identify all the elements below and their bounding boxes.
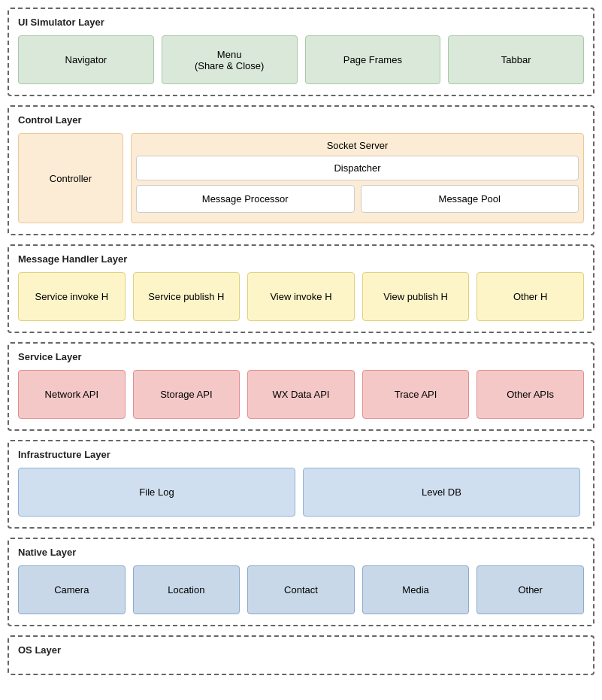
control-layer: Control Layer Controller Socket Server D… — [8, 105, 594, 235]
message-pool-box: Message Pool — [361, 185, 579, 213]
ui-simulator-title: UI Simulator Layer — [18, 17, 584, 28]
view-publish-h-box: View publish H — [362, 272, 470, 321]
native-layer: Native Layer Camera Location Contact Med… — [8, 538, 594, 626]
camera-box: Camera — [18, 565, 126, 614]
os-title: OS Layer — [18, 644, 584, 656]
menu-box: Menu(Share & Close) — [162, 35, 298, 84]
navigator-box: Navigator — [18, 35, 154, 84]
infrastructure-title: Infrastructure Layer — [18, 449, 584, 460]
message-row: Message Processor Message Pool — [136, 185, 579, 213]
service-row: Network API Storage API WX Data API Trac… — [18, 370, 584, 419]
service-title: Service Layer — [18, 351, 584, 362]
controller-box: Controller — [18, 133, 123, 223]
ui-simulator-layer: UI Simulator Layer Navigator Menu(Share … — [8, 8, 594, 96]
view-invoke-h-box: View invoke H — [247, 272, 355, 321]
media-box: Media — [362, 565, 470, 614]
other-native-box: Other — [476, 565, 584, 614]
service-invoke-h-box: Service invoke H — [18, 272, 126, 321]
message-processor-label: Message Processor — [202, 193, 289, 205]
infrastructure-layer: Infrastructure Layer File Log Level DB — [8, 440, 594, 529]
contact-box: Contact — [247, 565, 355, 614]
location-box: Location — [133, 565, 240, 614]
other-h-box: Other H — [476, 272, 584, 321]
socket-server-label: Socket Server — [136, 140, 579, 151]
message-processor-box: Message Processor — [136, 185, 355, 213]
service-layer: Service Layer Network API Storage API WX… — [8, 342, 594, 431]
control-row: Controller Socket Server Dispatcher Mess… — [18, 133, 584, 223]
level-db-box-wrapper: Level DB — [303, 468, 580, 517]
page-frames-box: Page Frames — [305, 35, 441, 84]
network-api-box: Network API — [18, 370, 126, 419]
ui-simulator-row: Navigator Menu(Share & Close) Page Frame… — [18, 35, 584, 84]
message-handler-layer: Message Handler Layer Service invoke H S… — [8, 244, 594, 333]
dispatcher-label: Dispatcher — [334, 162, 380, 174]
trace-api-box: Trace API — [362, 370, 470, 419]
level-db-box: Level DB — [303, 468, 580, 517]
dispatcher-box: Dispatcher — [136, 156, 579, 180]
infrastructure-row: File Log Level DB — [18, 468, 584, 517]
message-pool-label: Message Pool — [439, 193, 501, 205]
socket-server-container: Socket Server Dispatcher Message Process… — [131, 133, 584, 223]
storage-api-box: Storage API — [133, 370, 240, 419]
service-publish-h-box: Service publish H — [133, 272, 240, 321]
wx-data-api-box: WX Data API — [247, 370, 355, 419]
message-handler-row: Service invoke H Service publish H View … — [18, 272, 584, 321]
message-handler-title: Message Handler Layer — [18, 253, 584, 265]
other-apis-box: Other APIs — [476, 370, 584, 419]
native-title: Native Layer — [18, 547, 584, 558]
file-log-box: File Log — [18, 468, 295, 517]
os-layer: OS Layer — [8, 635, 594, 675]
controller-label: Controller — [50, 173, 92, 184]
native-row: Camera Location Contact Media Other — [18, 565, 584, 614]
tabbar-box: Tabbar — [448, 35, 584, 84]
control-title: Control Layer — [18, 114, 584, 126]
